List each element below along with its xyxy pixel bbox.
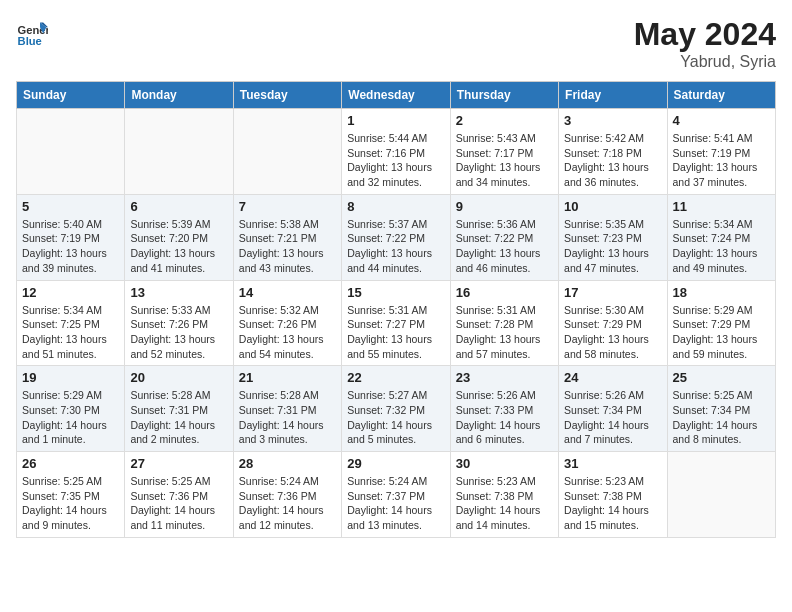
calendar-cell: 2Sunrise: 5:43 AM Sunset: 7:17 PM Daylig… (450, 109, 558, 195)
day-info: Sunrise: 5:23 AM Sunset: 7:38 PM Dayligh… (564, 474, 661, 533)
weekday-header-wednesday: Wednesday (342, 82, 450, 109)
calendar-cell: 1Sunrise: 5:44 AM Sunset: 7:16 PM Daylig… (342, 109, 450, 195)
day-number: 1 (347, 113, 444, 128)
calendar-cell (17, 109, 125, 195)
weekday-header-friday: Friday (559, 82, 667, 109)
title-block: May 2024 Yabrud, Syria (634, 16, 776, 71)
page-header: General Blue May 2024 Yabrud, Syria (16, 16, 776, 71)
day-number: 14 (239, 285, 336, 300)
svg-text:Blue: Blue (18, 35, 42, 47)
calendar-week-row: 1Sunrise: 5:44 AM Sunset: 7:16 PM Daylig… (17, 109, 776, 195)
day-number: 10 (564, 199, 661, 214)
day-info: Sunrise: 5:25 AM Sunset: 7:36 PM Dayligh… (130, 474, 227, 533)
calendar-cell: 13Sunrise: 5:33 AM Sunset: 7:26 PM Dayli… (125, 280, 233, 366)
calendar-cell: 26Sunrise: 5:25 AM Sunset: 7:35 PM Dayli… (17, 452, 125, 538)
day-number: 25 (673, 370, 770, 385)
calendar-cell: 7Sunrise: 5:38 AM Sunset: 7:21 PM Daylig… (233, 194, 341, 280)
day-number: 19 (22, 370, 119, 385)
day-number: 3 (564, 113, 661, 128)
calendar-cell: 17Sunrise: 5:30 AM Sunset: 7:29 PM Dayli… (559, 280, 667, 366)
calendar-week-row: 5Sunrise: 5:40 AM Sunset: 7:19 PM Daylig… (17, 194, 776, 280)
calendar-week-row: 26Sunrise: 5:25 AM Sunset: 7:35 PM Dayli… (17, 452, 776, 538)
day-info: Sunrise: 5:43 AM Sunset: 7:17 PM Dayligh… (456, 131, 553, 190)
calendar-cell: 5Sunrise: 5:40 AM Sunset: 7:19 PM Daylig… (17, 194, 125, 280)
weekday-header-monday: Monday (125, 82, 233, 109)
calendar-cell: 3Sunrise: 5:42 AM Sunset: 7:18 PM Daylig… (559, 109, 667, 195)
calendar-cell: 8Sunrise: 5:37 AM Sunset: 7:22 PM Daylig… (342, 194, 450, 280)
day-number: 11 (673, 199, 770, 214)
day-info: Sunrise: 5:39 AM Sunset: 7:20 PM Dayligh… (130, 217, 227, 276)
day-info: Sunrise: 5:34 AM Sunset: 7:24 PM Dayligh… (673, 217, 770, 276)
day-number: 20 (130, 370, 227, 385)
day-info: Sunrise: 5:28 AM Sunset: 7:31 PM Dayligh… (130, 388, 227, 447)
calendar-cell: 20Sunrise: 5:28 AM Sunset: 7:31 PM Dayli… (125, 366, 233, 452)
calendar-table: SundayMondayTuesdayWednesdayThursdayFrid… (16, 81, 776, 538)
day-number: 16 (456, 285, 553, 300)
day-number: 23 (456, 370, 553, 385)
day-number: 18 (673, 285, 770, 300)
calendar-cell: 27Sunrise: 5:25 AM Sunset: 7:36 PM Dayli… (125, 452, 233, 538)
day-number: 8 (347, 199, 444, 214)
calendar-cell: 24Sunrise: 5:26 AM Sunset: 7:34 PM Dayli… (559, 366, 667, 452)
calendar-cell: 31Sunrise: 5:23 AM Sunset: 7:38 PM Dayli… (559, 452, 667, 538)
weekday-header-sunday: Sunday (17, 82, 125, 109)
day-number: 2 (456, 113, 553, 128)
day-info: Sunrise: 5:31 AM Sunset: 7:28 PM Dayligh… (456, 303, 553, 362)
day-number: 17 (564, 285, 661, 300)
day-info: Sunrise: 5:27 AM Sunset: 7:32 PM Dayligh… (347, 388, 444, 447)
day-info: Sunrise: 5:31 AM Sunset: 7:27 PM Dayligh… (347, 303, 444, 362)
calendar-cell: 25Sunrise: 5:25 AM Sunset: 7:34 PM Dayli… (667, 366, 775, 452)
day-info: Sunrise: 5:24 AM Sunset: 7:37 PM Dayligh… (347, 474, 444, 533)
calendar-cell (667, 452, 775, 538)
calendar-cell: 18Sunrise: 5:29 AM Sunset: 7:29 PM Dayli… (667, 280, 775, 366)
calendar-cell: 30Sunrise: 5:23 AM Sunset: 7:38 PM Dayli… (450, 452, 558, 538)
day-info: Sunrise: 5:44 AM Sunset: 7:16 PM Dayligh… (347, 131, 444, 190)
day-number: 6 (130, 199, 227, 214)
day-info: Sunrise: 5:28 AM Sunset: 7:31 PM Dayligh… (239, 388, 336, 447)
day-number: 31 (564, 456, 661, 471)
day-info: Sunrise: 5:29 AM Sunset: 7:29 PM Dayligh… (673, 303, 770, 362)
day-number: 15 (347, 285, 444, 300)
day-info: Sunrise: 5:25 AM Sunset: 7:34 PM Dayligh… (673, 388, 770, 447)
calendar-cell (233, 109, 341, 195)
day-info: Sunrise: 5:33 AM Sunset: 7:26 PM Dayligh… (130, 303, 227, 362)
calendar-cell: 23Sunrise: 5:26 AM Sunset: 7:33 PM Dayli… (450, 366, 558, 452)
day-info: Sunrise: 5:35 AM Sunset: 7:23 PM Dayligh… (564, 217, 661, 276)
calendar-cell: 10Sunrise: 5:35 AM Sunset: 7:23 PM Dayli… (559, 194, 667, 280)
weekday-header-saturday: Saturday (667, 82, 775, 109)
calendar-week-row: 12Sunrise: 5:34 AM Sunset: 7:25 PM Dayli… (17, 280, 776, 366)
day-number: 9 (456, 199, 553, 214)
day-number: 4 (673, 113, 770, 128)
calendar-cell (125, 109, 233, 195)
day-info: Sunrise: 5:38 AM Sunset: 7:21 PM Dayligh… (239, 217, 336, 276)
day-number: 30 (456, 456, 553, 471)
day-number: 5 (22, 199, 119, 214)
calendar-cell: 22Sunrise: 5:27 AM Sunset: 7:32 PM Dayli… (342, 366, 450, 452)
logo: General Blue (16, 16, 48, 48)
calendar-cell: 16Sunrise: 5:31 AM Sunset: 7:28 PM Dayli… (450, 280, 558, 366)
day-info: Sunrise: 5:32 AM Sunset: 7:26 PM Dayligh… (239, 303, 336, 362)
day-number: 21 (239, 370, 336, 385)
month-year-title: May 2024 (634, 16, 776, 53)
calendar-cell: 11Sunrise: 5:34 AM Sunset: 7:24 PM Dayli… (667, 194, 775, 280)
day-info: Sunrise: 5:36 AM Sunset: 7:22 PM Dayligh… (456, 217, 553, 276)
day-number: 29 (347, 456, 444, 471)
day-number: 26 (22, 456, 119, 471)
calendar-cell: 9Sunrise: 5:36 AM Sunset: 7:22 PM Daylig… (450, 194, 558, 280)
day-number: 24 (564, 370, 661, 385)
day-number: 28 (239, 456, 336, 471)
calendar-cell: 15Sunrise: 5:31 AM Sunset: 7:27 PM Dayli… (342, 280, 450, 366)
location-subtitle: Yabrud, Syria (634, 53, 776, 71)
calendar-cell: 19Sunrise: 5:29 AM Sunset: 7:30 PM Dayli… (17, 366, 125, 452)
weekday-header-row: SundayMondayTuesdayWednesdayThursdayFrid… (17, 82, 776, 109)
day-number: 7 (239, 199, 336, 214)
calendar-week-row: 19Sunrise: 5:29 AM Sunset: 7:30 PM Dayli… (17, 366, 776, 452)
calendar-cell: 4Sunrise: 5:41 AM Sunset: 7:19 PM Daylig… (667, 109, 775, 195)
day-info: Sunrise: 5:40 AM Sunset: 7:19 PM Dayligh… (22, 217, 119, 276)
day-info: Sunrise: 5:41 AM Sunset: 7:19 PM Dayligh… (673, 131, 770, 190)
calendar-cell: 28Sunrise: 5:24 AM Sunset: 7:36 PM Dayli… (233, 452, 341, 538)
weekday-header-tuesday: Tuesday (233, 82, 341, 109)
day-info: Sunrise: 5:25 AM Sunset: 7:35 PM Dayligh… (22, 474, 119, 533)
day-info: Sunrise: 5:23 AM Sunset: 7:38 PM Dayligh… (456, 474, 553, 533)
day-info: Sunrise: 5:30 AM Sunset: 7:29 PM Dayligh… (564, 303, 661, 362)
